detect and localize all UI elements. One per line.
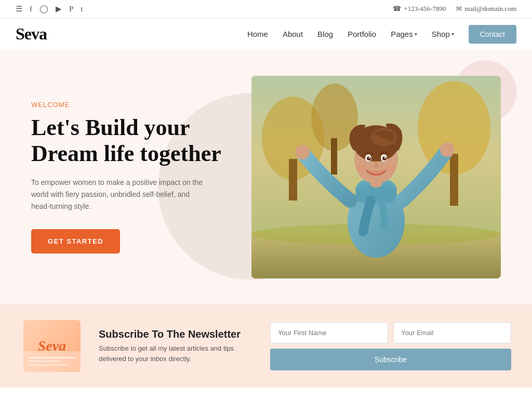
- email-address: mail@domain.com: [464, 5, 516, 13]
- newsletter-form: Subscribe: [270, 322, 511, 370]
- shop-dropdown-icon: ▾: [451, 31, 454, 37]
- newsletter-description: Subscribe to get all my latest articles …: [99, 343, 255, 364]
- twitter-icon[interactable]: t: [81, 5, 83, 14]
- newsletter-thumbnail: Seva: [23, 320, 81, 372]
- newsletter-text: Subscribe To The Newsletter Subscribe to…: [99, 328, 255, 364]
- svg-point-23: [384, 157, 386, 158]
- nav-links: Home About Blog Portfolio Pages ▾ Shop ▾…: [247, 25, 516, 44]
- svg-rect-4: [450, 154, 458, 206]
- hero-content: Welcome Let's Build yourDream life toget…: [31, 101, 231, 254]
- instagram-icon[interactable]: ◯: [39, 4, 48, 14]
- svg-rect-2: [289, 159, 297, 201]
- email-input[interactable]: [393, 322, 511, 343]
- email-icon: ✉: [456, 5, 462, 13]
- hero-image-container: [251, 76, 501, 278]
- top-bar-social: ☰ f ◯ ▶ P t: [16, 4, 83, 14]
- newsletter-inputs: [270, 322, 511, 343]
- nav-home[interactable]: Home: [247, 30, 268, 38]
- email-info: ✉ mail@domain.com: [456, 5, 516, 13]
- nav-pages-label: Pages: [391, 30, 413, 38]
- newsletter-section: Seva Subscribe To The Newsletter Subscri…: [0, 304, 532, 388]
- navbar: Seva Home About Blog Portfolio Pages ▾ S…: [0, 18, 532, 50]
- nav-portfolio[interactable]: Portfolio: [348, 30, 376, 38]
- nav-shop-label: Shop: [432, 30, 450, 38]
- get-started-button[interactable]: GET STARTED: [31, 229, 120, 254]
- svg-point-12: [295, 145, 310, 159]
- youtube-icon[interactable]: ▶: [56, 4, 62, 14]
- hero-description: To empower women to make a positive impa…: [31, 177, 208, 212]
- nav-shop[interactable]: Shop ▾: [432, 30, 454, 38]
- nav-about[interactable]: About: [283, 30, 303, 38]
- top-bar: ☰ f ◯ ▶ P t ☎ +123-456-7890 ✉ mail@domai…: [0, 0, 532, 18]
- svg-point-22: [369, 157, 370, 158]
- contact-button[interactable]: Contact: [469, 25, 516, 44]
- hero-welcome: Welcome: [31, 101, 231, 109]
- svg-point-13: [440, 142, 455, 157]
- svg-point-25: [385, 165, 396, 172]
- hero-title: Let's Build yourDream life together: [31, 115, 231, 167]
- hero-illustration: [251, 76, 501, 278]
- phone-number: +123-456-7890: [404, 5, 446, 13]
- first-name-input[interactable]: [270, 322, 388, 343]
- newsletter-logo-area: Seva: [21, 320, 83, 372]
- top-bar-contact: ☎ +123-456-7890 ✉ mail@domain.com: [393, 5, 516, 13]
- site-logo[interactable]: Seva: [16, 24, 47, 44]
- subscribe-button[interactable]: Subscribe: [270, 349, 511, 370]
- hero-section: Welcome Let's Build yourDream life toget…: [0, 50, 532, 304]
- nav-pages[interactable]: Pages ▾: [391, 30, 417, 38]
- hamburger-icon[interactable]: ☰: [16, 4, 22, 14]
- facebook-icon[interactable]: f: [30, 5, 32, 14]
- svg-rect-6: [331, 138, 337, 175]
- hero-image: [251, 76, 501, 278]
- phone-icon: ☎: [393, 5, 401, 13]
- nav-blog[interactable]: Blog: [317, 30, 333, 38]
- newsletter-logo-text: Seva: [38, 338, 66, 354]
- pages-dropdown-icon: ▾: [415, 31, 417, 37]
- pinterest-icon[interactable]: P: [69, 5, 73, 14]
- svg-point-24: [356, 165, 367, 172]
- svg-rect-11: [355, 188, 397, 203]
- newsletter-title: Subscribe To The Newsletter: [99, 328, 255, 340]
- phone-info: ☎ +123-456-7890: [393, 5, 446, 13]
